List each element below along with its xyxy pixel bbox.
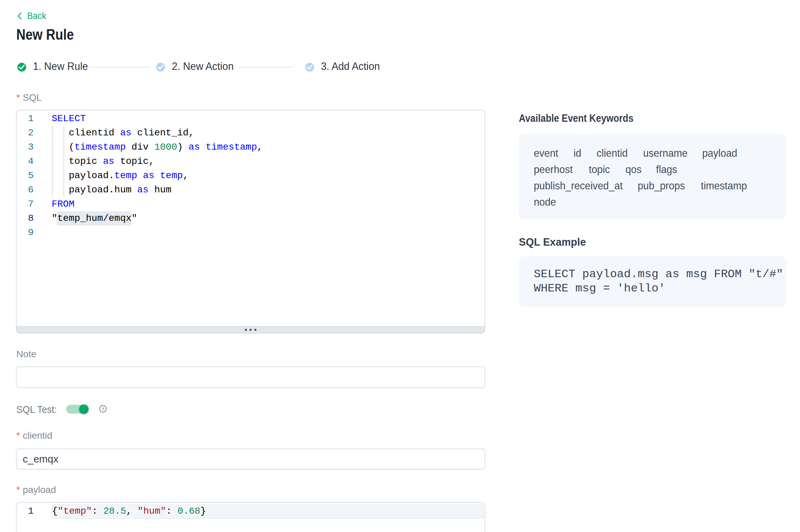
svg-text:?: ? xyxy=(102,406,104,412)
